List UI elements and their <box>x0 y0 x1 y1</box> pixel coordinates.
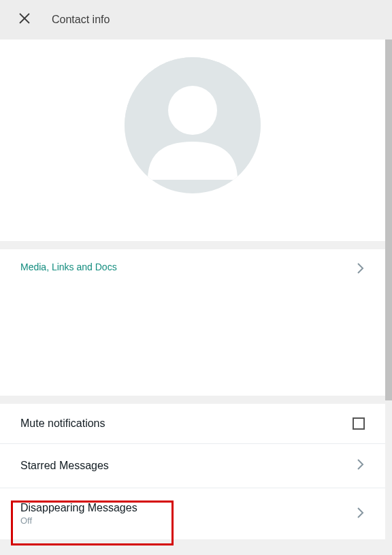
media-label: Media, Links and Docs <box>20 261 117 272</box>
starred-messages-row[interactable]: Starred Messages <box>0 444 385 488</box>
disappearing-label: Disappearing Messages <box>20 502 137 514</box>
page-title: Contact info <box>52 14 110 26</box>
profile-section <box>0 39 385 241</box>
mute-checkbox[interactable] <box>353 417 365 430</box>
mute-notifications-row[interactable]: Mute notifications <box>0 404 385 444</box>
header: Contact info <box>0 0 392 39</box>
settings-section: Mute notifications Starred Messages Disa… <box>0 404 385 539</box>
disappearing-value: Off <box>20 516 137 526</box>
chevron-right-icon <box>357 458 365 474</box>
chevron-right-icon <box>357 506 365 522</box>
disappearing-messages-row[interactable]: Disappearing Messages Off <box>0 488 385 539</box>
person-icon <box>125 57 261 193</box>
divider <box>0 241 392 249</box>
starred-label: Starred Messages <box>20 460 109 472</box>
close-icon <box>19 13 30 27</box>
mute-label: Mute notifications <box>20 417 105 430</box>
disappearing-left: Disappearing Messages Off <box>20 502 137 526</box>
divider <box>0 396 392 404</box>
scrollbar-thumb[interactable] <box>385 39 392 400</box>
chevron-right-icon <box>357 261 365 278</box>
close-button[interactable] <box>16 12 33 28</box>
media-links-docs-row[interactable]: Media, Links and Docs <box>0 249 385 396</box>
scrollbar[interactable] <box>385 39 392 555</box>
svg-point-3 <box>168 86 217 135</box>
avatar[interactable] <box>125 57 261 193</box>
